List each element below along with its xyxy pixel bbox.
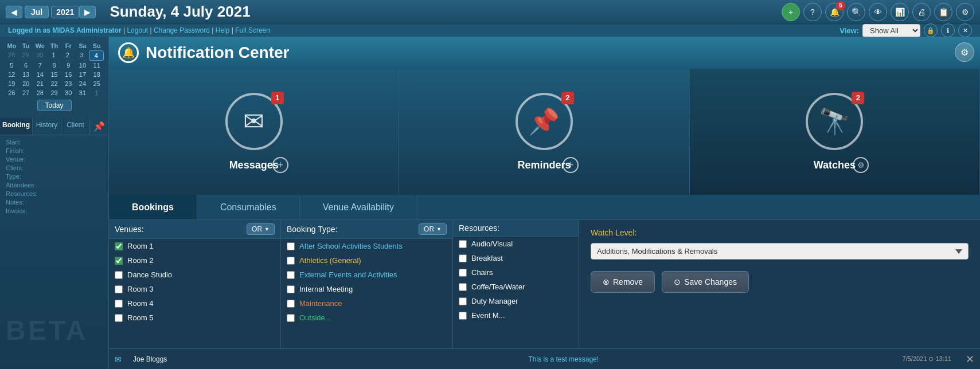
cal-day-30-jun[interactable]: 30: [33, 50, 46, 61]
cal-day-20[interactable]: 20: [19, 79, 33, 88]
resource-duty-checkbox[interactable]: [459, 297, 467, 305]
status-text: Logged in as: [8, 26, 50, 34]
tab-consumables[interactable]: Consumables: [197, 195, 300, 219]
cal-day-4[interactable]: 4: [89, 50, 104, 61]
venue-room1-checkbox[interactable]: [115, 242, 123, 250]
cal-day-3[interactable]: 3: [75, 50, 88, 61]
remove-label: Remove: [613, 277, 643, 286]
settings-button[interactable]: ⚙: [956, 3, 974, 21]
cal-day-26[interactable]: 26: [5, 88, 19, 97]
cal-day-15[interactable]: 15: [47, 70, 61, 79]
list-item: Audio/Visual: [453, 237, 579, 251]
cal-day-27[interactable]: 27: [19, 88, 33, 97]
add-button[interactable]: +: [782, 3, 800, 21]
resource-breakfast-checkbox[interactable]: [459, 254, 467, 262]
cal-day-10[interactable]: 10: [76, 61, 90, 70]
print-button[interactable]: 🖨: [912, 3, 931, 21]
venue-room2-checkbox[interactable]: [115, 257, 123, 265]
close-message-button[interactable]: ✕: [966, 353, 974, 366]
cal-day-28-jun[interactable]: 28: [5, 50, 18, 61]
watches-card[interactable]: 🔭 2 ⚙ Watches: [690, 69, 980, 195]
close-view-icon[interactable]: ✕: [958, 23, 972, 37]
venues-header: Venues: OR: [109, 220, 280, 239]
today-button[interactable]: Today: [37, 100, 72, 111]
messages-card[interactable]: ✉ 1 + Messages: [109, 69, 399, 195]
cal-day-30[interactable]: 30: [61, 88, 76, 97]
cal-day-7[interactable]: 7: [33, 61, 47, 70]
cal-day-28[interactable]: 28: [33, 88, 47, 97]
notif-settings-button[interactable]: ⚙: [955, 42, 974, 62]
watch-level-select[interactable]: Additions, Modifications & Removals Addi…: [591, 243, 969, 260]
venue-room5-checkbox[interactable]: [115, 314, 123, 322]
booktype-outside-checkbox[interactable]: [287, 314, 295, 322]
cal-day-17[interactable]: 17: [76, 70, 90, 79]
logout-link[interactable]: Logout: [127, 26, 148, 34]
full-screen-link[interactable]: Full Screen: [235, 26, 270, 34]
cal-day-12[interactable]: 12: [5, 70, 19, 79]
view-select[interactable]: Show All: [862, 24, 920, 37]
reminders-add-button[interactable]: +: [563, 157, 579, 173]
cal-day-21[interactable]: 21: [33, 79, 47, 88]
notifications-button[interactable]: 🔔 5: [825, 3, 844, 21]
venue-room3-checkbox[interactable]: [115, 285, 123, 293]
field-notes: Notes:: [6, 199, 103, 206]
cal-day-23[interactable]: 23: [61, 79, 76, 88]
cal-day-5[interactable]: 5: [5, 61, 19, 70]
help-link[interactable]: Help: [216, 26, 230, 34]
booktype-athletics-checkbox[interactable]: [287, 257, 295, 265]
cal-day-8[interactable]: 8: [47, 61, 61, 70]
booktype-internal-checkbox[interactable]: [287, 285, 295, 293]
cal-day-1-aug[interactable]: 1: [89, 88, 104, 97]
chart-button[interactable]: 📊: [891, 3, 909, 21]
tab-history[interactable]: History: [33, 118, 61, 135]
cal-day-2[interactable]: 2: [61, 50, 75, 61]
tab-client[interactable]: Client: [61, 118, 90, 135]
cal-day-25[interactable]: 25: [89, 79, 104, 88]
tab-bookings[interactable]: Bookings: [109, 195, 197, 219]
venues-or-button[interactable]: OR: [247, 223, 275, 235]
resource-event-checkbox[interactable]: [459, 312, 467, 320]
tab-venue-availability[interactable]: Venue Availability: [300, 195, 417, 219]
cal-day-9[interactable]: 9: [61, 61, 76, 70]
tab-booking[interactable]: Booking: [0, 118, 33, 135]
cal-day-6[interactable]: 6: [19, 61, 33, 70]
resource-coffee-checkbox[interactable]: [459, 283, 467, 291]
eye-button[interactable]: 👁: [869, 3, 887, 21]
info-icon: ℹ: [941, 23, 955, 37]
cal-day-18[interactable]: 18: [89, 70, 104, 79]
venues-column: Venues: OR Room 1 Room 2 Dance Studio: [109, 220, 281, 369]
copy-button[interactable]: 📋: [934, 3, 952, 21]
search-button[interactable]: 🔍: [847, 3, 865, 21]
change-password-link[interactable]: Change Password: [154, 26, 210, 34]
pin-icon[interactable]: 📌: [90, 118, 108, 135]
cal-day-31[interactable]: 31: [76, 88, 90, 97]
messages-add-button[interactable]: +: [272, 157, 288, 173]
cal-day-11[interactable]: 11: [89, 61, 104, 70]
cal-day-14[interactable]: 14: [33, 70, 47, 79]
booktype-afterschool-checkbox[interactable]: [287, 242, 295, 250]
remove-button[interactable]: ⊗ Remove: [591, 271, 655, 293]
cal-day-13[interactable]: 13: [19, 70, 33, 79]
booking-type-or-button[interactable]: OR: [419, 223, 447, 235]
venue-room3-label: Room 3: [127, 285, 154, 293]
save-changes-button[interactable]: ⊙ Save Changes: [662, 271, 749, 293]
booktype-maintenance-checkbox[interactable]: [287, 300, 295, 308]
venue-dance-studio-checkbox[interactable]: [115, 271, 123, 279]
cal-day-29[interactable]: 29: [47, 88, 61, 97]
help-button[interactable]: ?: [803, 3, 822, 21]
cal-day-22[interactable]: 22: [47, 79, 61, 88]
reminders-card[interactable]: 📌 2 + Reminders: [399, 69, 689, 195]
prev-month-button[interactable]: ◀: [6, 6, 22, 18]
cal-day-19[interactable]: 19: [5, 79, 19, 88]
watches-settings-button[interactable]: ⚙: [853, 157, 869, 173]
cal-header-th: Th: [47, 41, 61, 50]
venue-room4-checkbox[interactable]: [115, 300, 123, 308]
cal-day-29-jun[interactable]: 29: [18, 50, 32, 61]
cal-day-16[interactable]: 16: [61, 70, 76, 79]
resource-chairs-checkbox[interactable]: [459, 269, 467, 277]
next-month-button[interactable]: ▶: [79, 6, 96, 18]
cal-day-24[interactable]: 24: [76, 79, 90, 88]
resource-av-checkbox[interactable]: [459, 240, 467, 248]
cal-day-1[interactable]: 1: [46, 50, 60, 61]
booktype-external-checkbox[interactable]: [287, 271, 295, 279]
